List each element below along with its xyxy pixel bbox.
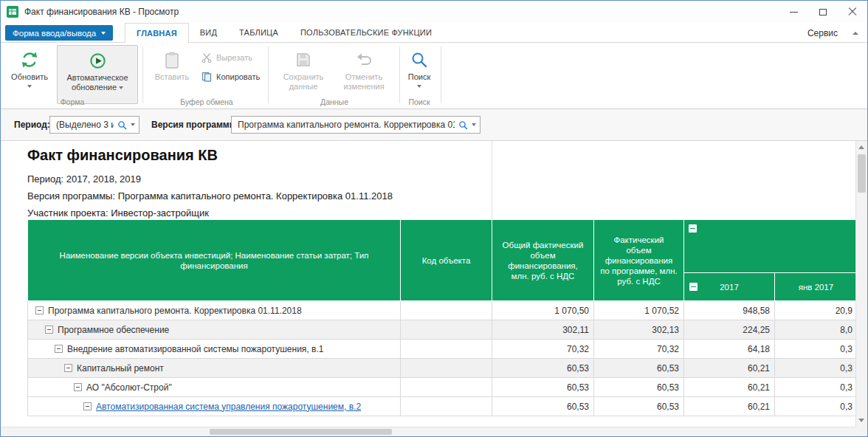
row-collapse-icon[interactable] bbox=[83, 402, 92, 410]
row-jan-2017: 0,3 bbox=[775, 340, 856, 359]
collapse-columns-icon[interactable] bbox=[689, 224, 697, 233]
cut-label: Вырезать bbox=[216, 53, 252, 62]
data-table: Наименование версии объекта инвестиций; … bbox=[27, 219, 855, 416]
save-icon bbox=[294, 49, 312, 71]
row-code bbox=[401, 340, 492, 359]
row-jan-2017: 0,3 bbox=[775, 397, 856, 416]
close-icon bbox=[848, 7, 857, 16]
chevron-down-icon bbox=[119, 86, 123, 89]
group-separator bbox=[268, 47, 269, 103]
chevron-down-icon bbox=[417, 85, 421, 88]
minimize-button[interactable] bbox=[779, 1, 808, 23]
group-separator bbox=[142, 47, 143, 103]
window-controls bbox=[779, 1, 867, 23]
col-header-2017[interactable]: 2017 bbox=[684, 273, 775, 301]
table-row[interactable]: Внедрение автоматизированной системы пож… bbox=[28, 340, 856, 359]
form-io-menu-button[interactable]: Форма ввода/вывода bbox=[5, 25, 113, 41]
refresh-button[interactable]: Обновить bbox=[7, 45, 52, 104]
scroll-down-icon[interactable] bbox=[858, 419, 864, 422]
paste-button[interactable]: Вставить bbox=[150, 45, 194, 104]
save-data-button[interactable]: Сохранить данные bbox=[275, 45, 331, 104]
tab-view[interactable]: ВИД bbox=[189, 23, 228, 43]
tab-table[interactable]: ТАБЛИЦА bbox=[228, 23, 289, 43]
period-filter-label: Период: bbox=[14, 120, 50, 130]
row-label: АО "Абсолют-Строй" bbox=[86, 382, 172, 393]
scroll-up-icon[interactable] bbox=[858, 145, 864, 149]
group-label-search: Поиск bbox=[399, 97, 439, 106]
row-collapse-icon[interactable] bbox=[64, 364, 72, 372]
search-button[interactable]: Поиск bbox=[402, 45, 436, 104]
row-collapse-icon[interactable] bbox=[74, 383, 82, 391]
row-label: Программное обеспечение bbox=[58, 325, 169, 335]
filter-bar: Период: (Выделено 3 и Версия программы: … bbox=[1, 109, 867, 141]
tab-user-functions[interactable]: ПОЛЬЗОВАТЕЛЬСКИЕ ФУНКЦИИ bbox=[289, 23, 443, 43]
horizontal-scroll-thumb[interactable] bbox=[210, 429, 392, 435]
col-group-header bbox=[684, 220, 856, 273]
auto-refresh-button[interactable]: Автоматическое обновление bbox=[57, 45, 138, 104]
table-row[interactable]: Автоматизированная система управления по… bbox=[28, 397, 856, 416]
ribbon-tabs: ГЛАВНАЯ ВИД ТАБЛИЦА ПОЛЬЗОВАТЕЛЬСКИЕ ФУН… bbox=[125, 23, 443, 43]
row-jan-2017: 8,0 bbox=[775, 320, 856, 340]
version-filter-combo[interactable]: Программа капитального ремонта. Корректи… bbox=[231, 116, 480, 134]
copy-label: Копировать bbox=[216, 72, 260, 81]
table-row[interactable]: АО "Абсолют-Строй" 60,53 60,53 60,21 0,3 bbox=[28, 378, 856, 397]
maximize-button[interactable] bbox=[808, 1, 838, 23]
row-jan-2017: 0,3 bbox=[775, 378, 856, 397]
cut-button[interactable]: Вырезать bbox=[199, 49, 255, 66]
paste-label: Вставить bbox=[155, 72, 190, 82]
row-total: 60,53 bbox=[492, 397, 594, 416]
refresh-label: Обновить bbox=[11, 72, 48, 82]
row-code bbox=[401, 397, 492, 416]
undo-changes-button[interactable]: Отменить изменения bbox=[334, 45, 393, 104]
group-separator bbox=[441, 47, 441, 103]
col-header-code[interactable]: Код объекта bbox=[401, 220, 492, 301]
horizontal-scrollbar[interactable] bbox=[1, 427, 855, 436]
row-collapse-icon[interactable] bbox=[55, 345, 63, 353]
col-header-total[interactable]: Общий фактический объем финансирования, … bbox=[492, 220, 594, 301]
period-filter-combo[interactable]: (Выделено 3 и bbox=[49, 116, 140, 134]
group-label-form: Форма bbox=[5, 97, 140, 106]
row-label: Программа капитального ремонта. Корректи… bbox=[48, 306, 302, 316]
row-total: 70,32 bbox=[492, 340, 594, 359]
refresh-icon bbox=[20, 49, 39, 71]
titlebar: Факт финансирования КВ - Просмотр bbox=[1, 1, 867, 23]
chevron-down-icon bbox=[101, 32, 106, 35]
row-2017: 948,58 bbox=[684, 301, 775, 320]
row-collapse-icon[interactable] bbox=[45, 326, 53, 334]
row-label-link[interactable]: Автоматизированная система управления по… bbox=[96, 402, 361, 412]
row-2017: 60,21 bbox=[684, 397, 775, 416]
search-label: Поиск bbox=[408, 72, 430, 82]
row-code bbox=[401, 359, 492, 378]
col-header-2017-label: 2017 bbox=[720, 283, 739, 292]
undo-icon bbox=[355, 49, 373, 71]
service-menu[interactable]: Сервис bbox=[807, 28, 838, 38]
collapse-ribbon-icon[interactable] bbox=[852, 32, 858, 35]
paste-icon bbox=[164, 49, 180, 71]
vertical-scrollbar[interactable] bbox=[855, 141, 867, 427]
collapse-year-icon[interactable] bbox=[689, 283, 698, 291]
auto-refresh-icon bbox=[89, 49, 107, 72]
vertical-scroll-thumb[interactable] bbox=[858, 154, 866, 193]
app-window: Факт финансирования КВ - Просмотр Форма … bbox=[0, 0, 868, 437]
group-label-clipboard: Буфер обмена bbox=[145, 97, 268, 106]
row-code bbox=[401, 378, 492, 397]
close-button[interactable] bbox=[838, 1, 867, 23]
row-label: Внедрение автоматизированной системы пож… bbox=[67, 344, 323, 354]
copy-button[interactable]: Копировать bbox=[199, 69, 263, 85]
row-code bbox=[401, 320, 492, 340]
table-row[interactable]: Программное обеспечение 302,11 302,13 22… bbox=[28, 320, 856, 340]
col-header-jan-2017[interactable]: янв 2017 bbox=[775, 273, 856, 301]
col-header-program[interactable]: Фактический объем финансирования по прог… bbox=[594, 220, 684, 301]
row-collapse-icon[interactable] bbox=[35, 306, 44, 314]
report-version-line: Версия программы: Программа капитального… bbox=[27, 190, 393, 202]
version-filter-label: Версия программы: bbox=[151, 120, 240, 130]
cut-icon bbox=[202, 52, 212, 63]
tab-main[interactable]: ГЛАВНАЯ bbox=[125, 23, 189, 44]
search-icon bbox=[117, 120, 127, 130]
col-header-name[interactable]: Наименование версии объекта инвестиций; … bbox=[28, 220, 401, 301]
table-row[interactable]: Капитальный ремонт 60,53 60,53 60,21 0,3 bbox=[28, 359, 856, 378]
group-label-data: Данные bbox=[271, 97, 398, 106]
row-total: 60,53 bbox=[492, 378, 594, 397]
row-program: 60,53 bbox=[594, 378, 684, 397]
table-row[interactable]: Программа капитального ремонта. Корректи… bbox=[28, 301, 856, 320]
